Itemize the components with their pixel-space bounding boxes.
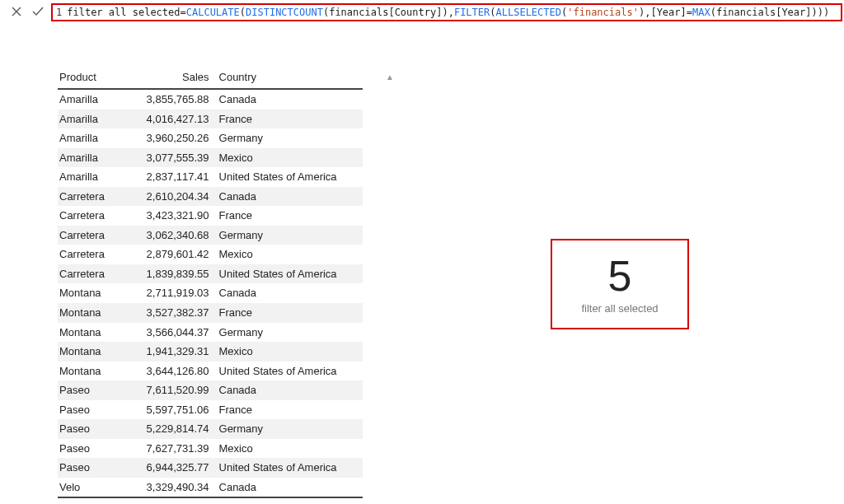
cell-sales: 2,879,601.42 [116,245,218,264]
cell-sales: 5,597,751.06 [116,400,218,420]
table-row[interactable]: Carretera2,610,204.34Canada [58,187,363,207]
cell-sales: 2,711,919.03 [116,283,218,303]
cell-product: Carretera [58,187,116,207]
cell-sales: 5,229,814.74 [116,419,218,439]
table-row[interactable]: Amarilla2,837,117.41United States of Ame… [58,167,363,187]
table-row[interactable]: Amarilla3,855,765.88Canada [58,89,363,110]
table-row[interactable]: Amarilla3,077,555.39Mexico [58,148,363,168]
cell-product: Amarilla [58,89,116,110]
col-header-product[interactable]: Product [58,68,116,89]
cell-country: United States of America [218,458,363,478]
cell-country: Germany [218,323,363,343]
cell-country: France [218,400,363,420]
cell-sales: 3,062,340.68 [116,226,218,245]
cell-sales: 3,855,765.88 [116,89,218,110]
table-visual[interactable]: Product Sales Country Amarilla3,855,765.… [58,68,363,504]
cell-product: Amarilla [58,148,116,168]
table-row[interactable]: Montana3,566,044.37Germany [58,323,363,343]
cell-country: Mexico [218,439,363,459]
formula-bar-row: 1 filter all selected = CALCULATE ( DIST… [0,2,844,23]
commit-icon[interactable] [31,5,45,21]
table-total-row: Total 118,726,350.26 [58,497,363,504]
cell-sales: 3,329,490.34 [116,478,218,498]
cell-sales: 3,644,126.80 [116,362,218,381]
line-number: 1 [56,7,62,18]
cell-product: Montana [58,283,116,303]
scroll-up-icon[interactable]: ▲ [386,72,394,82]
cell-product: Paseo [58,419,116,439]
table-row[interactable]: Paseo5,229,814.74Germany [58,419,363,439]
cell-country: United States of America [218,167,363,187]
measure-name: filter all selected [67,7,180,18]
table-row[interactable]: Carretera2,879,601.42Mexico [58,245,363,264]
card-visual[interactable]: 5 filter all selected [551,239,689,329]
cell-product: Carretera [58,206,116,226]
cell-product: Paseo [58,400,116,420]
cell-product: Montana [58,323,116,343]
cell-country: Mexico [218,342,363,362]
table-row[interactable]: Montana3,644,126.80United States of Amer… [58,362,363,381]
cell-country: France [218,206,363,226]
table-row[interactable]: Paseo7,627,731.39Mexico [58,439,363,459]
table-row[interactable]: Montana3,527,382.37France [58,303,363,323]
col-header-sales[interactable]: Sales [116,68,218,89]
table-row[interactable]: Paseo6,944,325.77United States of Americ… [58,458,363,478]
card-label: filter all selected [581,302,658,315]
cell-product: Amarilla [58,167,116,187]
formula-bar[interactable]: 1 filter all selected = CALCULATE ( DIST… [51,3,842,21]
cell-country: Germany [218,226,363,245]
cell-sales: 2,837,117.41 [116,167,218,187]
cell-country: Canada [218,478,363,498]
cell-product: Carretera [58,245,116,264]
cell-sales: 7,611,520.99 [116,380,218,400]
table-header-row: Product Sales Country [58,68,363,89]
cell-country: France [218,303,363,323]
cell-sales: 1,941,329.31 [116,342,218,362]
cell-sales: 3,566,044.37 [116,323,218,343]
cell-sales: 3,077,555.39 [116,148,218,168]
cell-sales: 1,839,839.55 [116,264,218,284]
table-row[interactable]: Paseo5,597,751.06France [58,400,363,420]
cancel-icon[interactable] [10,5,23,21]
cell-sales: 3,527,382.37 [116,303,218,323]
cell-country: Canada [218,380,363,400]
cell-country: United States of America [218,264,363,284]
table-row[interactable]: Amarilla4,016,427.13France [58,110,363,129]
cell-sales: 7,627,731.39 [116,439,218,459]
cell-country: United States of America [218,362,363,381]
scrollbar[interactable]: ▲ [386,71,394,483]
table-row[interactable]: Montana2,711,919.03Canada [58,283,363,303]
cell-product: Velo [58,478,116,498]
table-row[interactable]: Montana1,941,329.31Mexico [58,342,363,362]
cell-sales: 2,610,204.34 [116,187,218,207]
col-header-country[interactable]: Country [218,68,363,89]
cell-country: Canada [218,89,363,110]
cell-country: Mexico [218,245,363,264]
cell-product: Amarilla [58,128,116,148]
cell-sales: 3,423,321.90 [116,206,218,226]
cell-product: Montana [58,342,116,362]
card-value: 5 [608,254,632,297]
table-row[interactable]: Amarilla3,960,250.26Germany [58,128,363,148]
cell-sales: 3,960,250.26 [116,128,218,148]
cell-product: Paseo [58,439,116,459]
cell-sales: 6,944,325.77 [116,458,218,478]
cell-product: Paseo [58,380,116,400]
cell-country: France [218,110,363,129]
cell-country: Canada [218,283,363,303]
cell-product: Montana [58,362,116,381]
cell-country: Mexico [218,148,363,168]
cell-product: Carretera [58,226,116,245]
table-row[interactable]: Carretera3,062,340.68Germany [58,226,363,245]
cell-product: Amarilla [58,110,116,129]
table-row[interactable]: Paseo7,611,520.99Canada [58,380,363,400]
cell-country: Canada [218,187,363,207]
cell-product: Carretera [58,264,116,284]
table-row[interactable]: Carretera3,423,321.90France [58,206,363,226]
cell-country: Germany [218,128,363,148]
cell-sales: 4,016,427.13 [116,110,218,129]
total-value: 118,726,350.26 [116,497,218,504]
table-row[interactable]: Velo3,329,490.34Canada [58,478,363,498]
cell-product: Paseo [58,458,116,478]
table-row[interactable]: Carretera1,839,839.55United States of Am… [58,264,363,284]
